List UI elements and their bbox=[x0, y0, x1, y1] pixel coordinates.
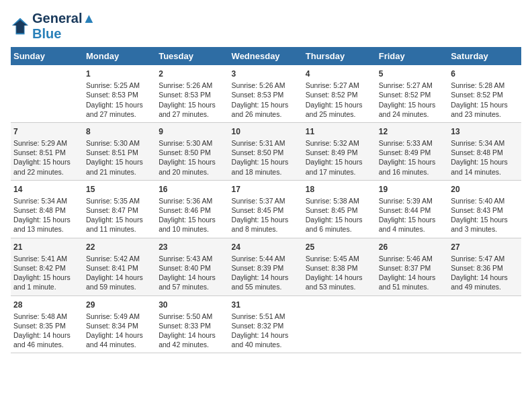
day-cell bbox=[448, 295, 521, 353]
day-cell: 15Sunrise: 5:35 AM Sunset: 8:47 PM Dayli… bbox=[83, 180, 156, 238]
day-cell: 12Sunrise: 5:33 AM Sunset: 8:49 PM Dayli… bbox=[376, 122, 448, 180]
day-cell: 29Sunrise: 5:49 AM Sunset: 8:34 PM Dayli… bbox=[83, 295, 156, 353]
day-info: Sunrise: 5:43 AM Sunset: 8:40 PM Dayligh… bbox=[159, 255, 216, 291]
day-number: 27 bbox=[451, 242, 519, 253]
calendar-header-row: SundayMondayTuesdayWednesdayThursdayFrid… bbox=[11, 47, 521, 65]
day-cell: 10Sunrise: 5:31 AM Sunset: 8:50 PM Dayli… bbox=[229, 122, 303, 180]
day-info: Sunrise: 5:32 AM Sunset: 8:49 PM Dayligh… bbox=[306, 139, 363, 176]
day-number: 22 bbox=[86, 242, 153, 253]
day-cell: 6Sunrise: 5:28 AM Sunset: 8:52 PM Daylig… bbox=[448, 65, 521, 122]
day-cell: 24Sunrise: 5:44 AM Sunset: 8:39 PM Dayli… bbox=[229, 238, 303, 295]
day-cell: 13Sunrise: 5:34 AM Sunset: 8:48 PM Dayli… bbox=[448, 122, 521, 180]
day-info: Sunrise: 5:44 AM Sunset: 8:39 PM Dayligh… bbox=[232, 255, 289, 291]
week-row-4: 21Sunrise: 5:41 AM Sunset: 8:42 PM Dayli… bbox=[11, 238, 521, 295]
day-cell: 17Sunrise: 5:37 AM Sunset: 8:45 PM Dayli… bbox=[229, 180, 303, 238]
day-cell: 21Sunrise: 5:41 AM Sunset: 8:42 PM Dayli… bbox=[11, 238, 83, 295]
day-cell bbox=[303, 295, 376, 353]
day-info: Sunrise: 5:34 AM Sunset: 8:48 PM Dayligh… bbox=[13, 197, 71, 234]
day-number: 11 bbox=[306, 126, 373, 137]
day-cell: 18Sunrise: 5:38 AM Sunset: 8:45 PM Dayli… bbox=[303, 180, 376, 238]
day-info: Sunrise: 5:40 AM Sunset: 8:43 PM Dayligh… bbox=[451, 197, 508, 234]
day-cell: 7Sunrise: 5:29 AM Sunset: 8:51 PM Daylig… bbox=[11, 122, 83, 180]
day-number: 13 bbox=[451, 126, 519, 137]
day-info: Sunrise: 5:39 AM Sunset: 8:44 PM Dayligh… bbox=[379, 197, 436, 234]
day-cell: 30Sunrise: 5:50 AM Sunset: 8:33 PM Dayli… bbox=[156, 295, 228, 353]
day-info: Sunrise: 5:48 AM Sunset: 8:35 PM Dayligh… bbox=[13, 312, 71, 349]
day-number: 5 bbox=[379, 68, 445, 79]
day-cell: 26Sunrise: 5:46 AM Sunset: 8:37 PM Dayli… bbox=[376, 238, 448, 295]
day-cell: 31Sunrise: 5:51 AM Sunset: 8:32 PM Dayli… bbox=[229, 295, 303, 353]
week-row-5: 28Sunrise: 5:48 AM Sunset: 8:35 PM Dayli… bbox=[11, 295, 521, 353]
header-saturday: Saturday bbox=[448, 47, 521, 65]
day-number: 9 bbox=[159, 126, 226, 137]
day-number: 23 bbox=[159, 242, 226, 253]
header-sunday: Sunday bbox=[11, 47, 83, 65]
day-cell: 25Sunrise: 5:45 AM Sunset: 8:38 PM Dayli… bbox=[303, 238, 376, 295]
calendar-table: SundayMondayTuesdayWednesdayThursdayFrid… bbox=[11, 47, 521, 353]
day-cell: 14Sunrise: 5:34 AM Sunset: 8:48 PM Dayli… bbox=[11, 180, 83, 238]
day-info: Sunrise: 5:30 AM Sunset: 8:51 PM Dayligh… bbox=[86, 139, 143, 176]
day-cell: 9Sunrise: 5:30 AM Sunset: 8:50 PM Daylig… bbox=[156, 122, 228, 180]
week-row-2: 7Sunrise: 5:29 AM Sunset: 8:51 PM Daylig… bbox=[11, 122, 521, 180]
day-number: 28 bbox=[13, 300, 81, 310]
day-number: 29 bbox=[86, 300, 153, 310]
day-info: Sunrise: 5:38 AM Sunset: 8:45 PM Dayligh… bbox=[306, 197, 363, 234]
day-number: 10 bbox=[232, 126, 300, 137]
day-cell: 1Sunrise: 5:25 AM Sunset: 8:53 PM Daylig… bbox=[83, 65, 156, 122]
day-cell bbox=[11, 65, 83, 122]
day-number: 16 bbox=[159, 184, 226, 195]
header-friday: Friday bbox=[376, 47, 448, 65]
header-monday: Monday bbox=[83, 47, 156, 65]
day-info: Sunrise: 5:47 AM Sunset: 8:36 PM Dayligh… bbox=[451, 255, 508, 291]
day-info: Sunrise: 5:27 AM Sunset: 8:52 PM Dayligh… bbox=[306, 81, 363, 118]
day-info: Sunrise: 5:49 AM Sunset: 8:34 PM Dayligh… bbox=[86, 312, 143, 349]
day-cell: 3Sunrise: 5:26 AM Sunset: 8:53 PM Daylig… bbox=[229, 65, 303, 122]
day-number: 6 bbox=[451, 68, 519, 79]
day-info: Sunrise: 5:35 AM Sunset: 8:47 PM Dayligh… bbox=[86, 197, 143, 234]
day-info: Sunrise: 5:26 AM Sunset: 8:53 PM Dayligh… bbox=[159, 81, 216, 118]
day-info: Sunrise: 5:27 AM Sunset: 8:52 PM Dayligh… bbox=[379, 81, 436, 118]
day-number: 24 bbox=[232, 242, 300, 253]
day-cell: 28Sunrise: 5:48 AM Sunset: 8:35 PM Dayli… bbox=[11, 295, 83, 353]
day-info: Sunrise: 5:29 AM Sunset: 8:51 PM Dayligh… bbox=[13, 139, 71, 176]
day-info: Sunrise: 5:37 AM Sunset: 8:45 PM Dayligh… bbox=[232, 197, 289, 234]
day-cell bbox=[376, 295, 448, 353]
day-info: Sunrise: 5:33 AM Sunset: 8:49 PM Dayligh… bbox=[379, 139, 436, 176]
day-number: 12 bbox=[379, 126, 445, 137]
svg-marker-1 bbox=[13, 20, 28, 34]
day-info: Sunrise: 5:45 AM Sunset: 8:38 PM Dayligh… bbox=[306, 255, 363, 291]
day-info: Sunrise: 5:28 AM Sunset: 8:52 PM Dayligh… bbox=[451, 81, 508, 118]
day-number: 26 bbox=[379, 242, 445, 253]
day-number: 20 bbox=[451, 184, 519, 195]
day-number: 18 bbox=[306, 184, 373, 195]
week-row-3: 14Sunrise: 5:34 AM Sunset: 8:48 PM Dayli… bbox=[11, 180, 521, 238]
logo-text: General▲ Blue bbox=[32, 11, 95, 42]
day-cell: 20Sunrise: 5:40 AM Sunset: 8:43 PM Dayli… bbox=[448, 180, 521, 238]
day-number: 3 bbox=[232, 68, 300, 79]
day-info: Sunrise: 5:46 AM Sunset: 8:37 PM Dayligh… bbox=[379, 255, 436, 291]
header-tuesday: Tuesday bbox=[156, 47, 228, 65]
day-cell: 2Sunrise: 5:26 AM Sunset: 8:53 PM Daylig… bbox=[156, 65, 228, 122]
header-wednesday: Wednesday bbox=[229, 47, 303, 65]
day-number: 14 bbox=[13, 184, 81, 195]
day-cell: 19Sunrise: 5:39 AM Sunset: 8:44 PM Dayli… bbox=[376, 180, 448, 238]
header-thursday: Thursday bbox=[303, 47, 376, 65]
day-number: 7 bbox=[13, 126, 81, 137]
day-info: Sunrise: 5:36 AM Sunset: 8:46 PM Dayligh… bbox=[159, 197, 216, 234]
day-number: 25 bbox=[306, 242, 373, 253]
day-cell: 11Sunrise: 5:32 AM Sunset: 8:49 PM Dayli… bbox=[303, 122, 376, 180]
day-cell: 5Sunrise: 5:27 AM Sunset: 8:52 PM Daylig… bbox=[376, 65, 448, 122]
day-info: Sunrise: 5:42 AM Sunset: 8:41 PM Dayligh… bbox=[86, 255, 143, 291]
day-cell: 27Sunrise: 5:47 AM Sunset: 8:36 PM Dayli… bbox=[448, 238, 521, 295]
day-number: 17 bbox=[232, 184, 300, 195]
day-cell: 23Sunrise: 5:43 AM Sunset: 8:40 PM Dayli… bbox=[156, 238, 228, 295]
day-info: Sunrise: 5:25 AM Sunset: 8:53 PM Dayligh… bbox=[86, 81, 143, 118]
day-info: Sunrise: 5:30 AM Sunset: 8:50 PM Dayligh… bbox=[159, 139, 216, 176]
day-number: 30 bbox=[159, 300, 226, 310]
day-number: 1 bbox=[86, 68, 153, 79]
day-number: 19 bbox=[379, 184, 445, 195]
day-cell: 8Sunrise: 5:30 AM Sunset: 8:51 PM Daylig… bbox=[83, 122, 156, 180]
week-row-1: 1Sunrise: 5:25 AM Sunset: 8:53 PM Daylig… bbox=[11, 65, 521, 122]
day-info: Sunrise: 5:26 AM Sunset: 8:53 PM Dayligh… bbox=[232, 81, 289, 118]
day-cell: 4Sunrise: 5:27 AM Sunset: 8:52 PM Daylig… bbox=[303, 65, 376, 122]
